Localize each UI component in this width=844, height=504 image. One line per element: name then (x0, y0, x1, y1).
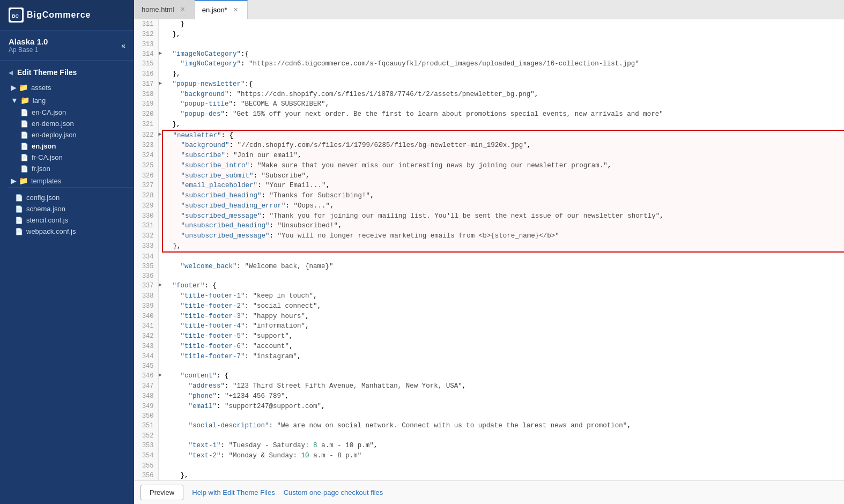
table-row: 356 }, (134, 471, 844, 481)
file-icon: 📄 (20, 131, 28, 139)
tab-en-json[interactable]: en.json* ✕ (195, 0, 248, 19)
file-icon: 📄 (20, 143, 28, 150)
line-number: 322 (134, 130, 158, 141)
fold-arrow (158, 201, 162, 211)
file-icon: 📄 (15, 194, 23, 202)
line-content: "title-footer-7": "instagram", (162, 352, 844, 362)
table-row: 312 }, (134, 29, 844, 40)
fold-arrow (158, 461, 162, 471)
line-content: "title-footer-2": "social connect", (162, 301, 844, 312)
file-en-demo-json[interactable]: 📄 en-demo.json (18, 118, 134, 129)
line-number: 352 (134, 431, 158, 441)
line-number: 312 (134, 29, 158, 40)
table-row: 334 (134, 252, 844, 262)
folder-icon: ▶ 📁 (11, 83, 28, 92)
custom-checkout-link[interactable]: Custom one-page checkout files (284, 488, 383, 496)
table-row: 335 "welcome_back": "Welcome back, {name… (134, 262, 844, 272)
fold-arrow (158, 181, 162, 191)
store-name: Alaska 1.0 (9, 37, 48, 46)
table-row: 315 "imgNoCategory": "https://cdn6.bigco… (134, 59, 844, 69)
line-number: 326 (134, 171, 158, 181)
file-schema-json[interactable]: 📄 schema.json (13, 203, 130, 214)
line-number: 351 (134, 421, 158, 431)
tab-home-html[interactable]: home.html ✕ (134, 0, 195, 19)
file-webpack-conf[interactable]: 📄 webpack.conf.js (13, 226, 130, 237)
line-content: "background": "https://cdn.shopify.com/s… (162, 90, 844, 100)
folder-lang-header[interactable]: ▼ 📁 lang (9, 94, 134, 107)
fold-arrow (158, 59, 162, 69)
fold-arrow[interactable]: ▶ (158, 130, 162, 141)
file-en-label: en.json (32, 142, 56, 150)
line-number: 325 (134, 161, 158, 171)
line-content (162, 252, 844, 262)
fold-arrow (158, 120, 162, 130)
table-row: 314▶ "imageNoCategory":{ (134, 49, 844, 60)
line-number: 354 (134, 451, 158, 461)
line-number: 313 (134, 40, 158, 49)
line-content: "imageNoCategory":{ (162, 49, 844, 60)
line-content: "popup-des": "Get 15% off your next orde… (162, 109, 844, 120)
table-row: 338 "title-footer-1": "keep in touch", (134, 291, 844, 301)
line-content (162, 461, 844, 471)
file-en-deploy-json[interactable]: 📄 en-deploy.json (18, 129, 134, 140)
svg-text:BC: BC (12, 13, 19, 19)
line-number: 335 (134, 262, 158, 272)
logo-text: BigCommerce (27, 10, 91, 20)
file-en-ca-label: en-CA.json (32, 108, 66, 116)
file-stencil-conf[interactable]: 📄 stencil.conf.js (13, 214, 130, 226)
table-row: 350 (134, 411, 844, 421)
fold-arrow (158, 402, 162, 412)
folder-assets-header[interactable]: ▶ 📁 assets (9, 81, 134, 94)
line-number: 328 (134, 191, 158, 201)
file-icon: 📄 (20, 120, 28, 128)
edit-theme-files-header[interactable]: ◀ Edit Theme Files (0, 61, 134, 81)
store-sub: Ap Base 1 (9, 46, 48, 54)
file-fr-json[interactable]: 📄 fr.json (18, 163, 134, 174)
fold-arrow (158, 140, 162, 151)
help-link[interactable]: Help with Edit Theme Files (192, 488, 275, 496)
tab-en-json-label: en.json* (202, 6, 227, 14)
line-content: "subscribed_message": "Thank you for joi… (162, 211, 844, 221)
code-editor[interactable]: 311 }312 },313314▶ "imageNoCategory":{31… (134, 19, 844, 480)
fold-arrow[interactable]: ▶ (158, 281, 162, 291)
folder-assets-label: assets (31, 84, 51, 92)
table-row: 333 }, (134, 241, 844, 252)
fold-arrow[interactable]: ▶ (158, 371, 162, 381)
fold-arrow (158, 361, 162, 371)
edit-theme-label: Edit Theme Files (17, 68, 77, 77)
fold-arrow[interactable]: ▶ (158, 49, 162, 60)
line-number: 353 (134, 441, 158, 451)
tab-home-html-close[interactable]: ✕ (179, 5, 187, 13)
table-row: 329 "subscribed_heading_error": "Oops...… (134, 201, 844, 211)
line-number: 347 (134, 381, 158, 391)
folder-templates-header[interactable]: ▶ 📁 templates (9, 174, 134, 187)
file-icon: 📄 (15, 217, 23, 224)
fold-arrow[interactable]: ▶ (158, 79, 162, 90)
table-row: 346▶ "content": { (134, 371, 844, 381)
file-en-ca-json[interactable]: 📄 en-CA.json (18, 107, 134, 118)
line-number: 356 (134, 471, 158, 481)
file-tree: ▶ 📁 assets ▼ 📁 lang 📄 en-CA.json 📄 en-de… (0, 81, 134, 504)
line-content: "text-2": "Monday & Sunday: 10 a.m - 8 p… (162, 451, 844, 461)
table-row: 331 "unsubscribed_heading": "Unsubscribe… (134, 221, 844, 231)
table-row: 352 (134, 431, 844, 441)
table-row: 322▶ "newsletter": { (134, 130, 844, 141)
fold-arrow (158, 231, 162, 241)
fold-arrow (158, 321, 162, 331)
line-number: 317 (134, 79, 158, 90)
line-number: 332 (134, 231, 158, 241)
folder-lang-label: lang (33, 97, 46, 105)
fold-arrow (158, 431, 162, 441)
table-row: 351 "social-description": "We are now on… (134, 421, 844, 431)
line-number: 314 (134, 49, 158, 60)
folder-icon: ▶ 📁 (11, 176, 28, 185)
file-fr-ca-json[interactable]: 📄 fr-CA.json (18, 152, 134, 163)
sidebar-collapse-button[interactable]: « (121, 41, 125, 50)
preview-button[interactable]: Preview (140, 485, 183, 500)
file-en-json[interactable]: 📄 en.json (18, 140, 134, 152)
line-content: "footer": { (162, 281, 844, 291)
line-number: 336 (134, 271, 158, 281)
file-config-json[interactable]: 📄 config.json (13, 192, 130, 203)
tab-en-json-close[interactable]: ✕ (232, 6, 240, 14)
line-number: 342 (134, 331, 158, 342)
